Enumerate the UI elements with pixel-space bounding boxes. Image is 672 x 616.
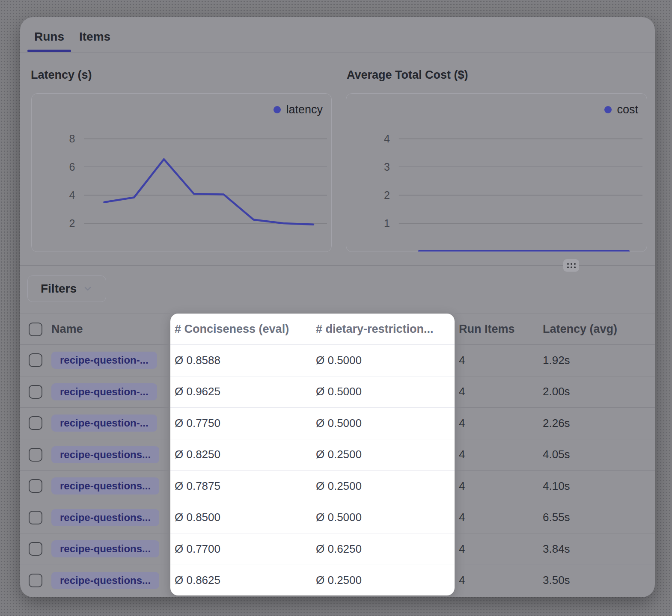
- run-items-value: 4: [455, 376, 538, 408]
- latency-avg-value: 3.50s: [538, 565, 655, 596]
- run-items-value: 4: [455, 439, 538, 471]
- column-header-name: Name: [51, 314, 170, 344]
- table-row: recipe-questions... Ø 0.8625 Ø 0.2500 4 …: [20, 565, 655, 596]
- conciseness-score-value: Ø 0.7700: [170, 533, 312, 565]
- conciseness-score-value: Ø 0.8588: [170, 344, 312, 376]
- dietary-restriction-score-value: Ø 0.2500: [312, 470, 455, 502]
- conciseness-score-value: Ø 0.8500: [170, 502, 312, 533]
- run-name-chip[interactable]: recipe-questions...: [51, 477, 159, 495]
- column-header-latency-avg: Latency (avg): [538, 314, 655, 344]
- row-checkbox[interactable]: [29, 448, 42, 462]
- row-checkbox[interactable]: [29, 574, 42, 587]
- dietary-restriction-score-value: Ø 0.2500: [312, 565, 455, 596]
- latency-avg-value: 3.84s: [538, 533, 655, 565]
- table-body: recipe-question-... Ø 0.8588 Ø 0.5000 4 …: [20, 344, 655, 596]
- filters-button[interactable]: Filters: [27, 275, 106, 302]
- column-header-conciseness: # Conciseness (eval): [170, 314, 312, 344]
- runs-panel-card: Runs Items Latency (s) Average Total Cos…: [20, 17, 655, 597]
- run-items-value: 4: [455, 565, 538, 596]
- table-header-row: Name # Conciseness (eval) # dietary-rest…: [20, 314, 655, 344]
- latency-avg-value: 4.10s: [538, 470, 655, 502]
- filters-button-label: Filters: [41, 282, 77, 296]
- dietary-restriction-score-value: Ø 0.5000: [312, 407, 455, 439]
- latency-legend: latency: [274, 103, 323, 116]
- row-checkbox[interactable]: [29, 416, 42, 430]
- svg-text:4: 4: [384, 133, 390, 145]
- run-name-chip[interactable]: recipe-question-...: [51, 383, 157, 400]
- table-row: recipe-question-... Ø 0.7750 Ø 0.5000 4 …: [20, 407, 655, 439]
- conciseness-score-value: Ø 0.8625: [170, 565, 312, 596]
- row-checkbox[interactable]: [29, 511, 42, 524]
- table-row: recipe-questions... Ø 0.7875 Ø 0.2500 4 …: [20, 470, 655, 502]
- cost-chart: cost 1234: [346, 93, 647, 252]
- row-checkbox[interactable]: [29, 385, 42, 399]
- run-items-value: 4: [455, 344, 538, 376]
- select-all-checkbox[interactable]: [29, 323, 42, 336]
- row-checkbox[interactable]: [29, 542, 42, 556]
- runs-table: Name # Conciseness (eval) # dietary-rest…: [20, 314, 655, 596]
- row-checkbox[interactable]: [29, 479, 42, 493]
- svg-text:4: 4: [69, 189, 75, 201]
- table-row: recipe-questions... Ø 0.8250 Ø 0.2500 4 …: [20, 439, 655, 471]
- column-header-run-items: Run Items: [455, 314, 538, 344]
- conciseness-score-value: Ø 0.9625: [170, 376, 312, 408]
- cost-legend-label: cost: [617, 103, 638, 116]
- table-row: recipe-question-... Ø 0.8588 Ø 0.5000 4 …: [20, 344, 655, 376]
- latency-avg-value: 6.55s: [538, 502, 655, 533]
- chevron-down-icon: [83, 284, 93, 294]
- drag-handle[interactable]: [563, 259, 579, 272]
- run-name-chip[interactable]: recipe-questions...: [51, 572, 159, 589]
- tab-items[interactable]: Items: [79, 30, 110, 44]
- svg-text:1: 1: [384, 217, 390, 229]
- latency-chart: latency 2468: [31, 93, 332, 252]
- run-items-value: 4: [455, 502, 538, 533]
- table-row: recipe-question-... Ø 0.9625 Ø 0.5000 4 …: [20, 376, 655, 408]
- page-background: Runs Items Latency (s) Average Total Cos…: [0, 0, 672, 616]
- svg-text:2: 2: [384, 189, 390, 201]
- column-header-dietary-restriction: # dietary-restriction...: [312, 314, 455, 344]
- latency-avg-value: 2.00s: [538, 376, 655, 408]
- run-name-chip[interactable]: recipe-questions...: [51, 446, 159, 463]
- dietary-restriction-score-value: Ø 0.5000: [312, 502, 455, 533]
- table-row: recipe-questions... Ø 0.7700 Ø 0.6250 4 …: [20, 533, 655, 565]
- latency-legend-label: latency: [286, 103, 323, 116]
- dietary-restriction-score-value: Ø 0.6250: [312, 533, 455, 565]
- cost-legend-dot-icon: [604, 106, 612, 113]
- run-items-value: 4: [455, 533, 538, 565]
- conciseness-score-value: Ø 0.7875: [170, 470, 312, 502]
- dietary-restriction-score-value: Ø 0.5000: [312, 376, 455, 408]
- run-items-value: 4: [455, 470, 538, 502]
- conciseness-score-value: Ø 0.8250: [170, 439, 312, 471]
- latency-avg-value: 4.05s: [538, 439, 655, 471]
- run-name-chip[interactable]: recipe-questions...: [51, 540, 159, 557]
- cost-chart-title: Average Total Cost ($): [347, 68, 468, 82]
- cost-legend: cost: [604, 103, 638, 116]
- run-items-value: 4: [455, 407, 538, 439]
- latency-avg-value: 1.92s: [538, 344, 655, 376]
- svg-text:3: 3: [384, 161, 390, 173]
- latency-avg-value: 2.26s: [538, 407, 655, 439]
- tab-runs[interactable]: Runs: [34, 30, 64, 44]
- dietary-restriction-score-value: Ø 0.2500: [312, 439, 455, 471]
- conciseness-score-value: Ø 0.7750: [170, 407, 312, 439]
- row-checkbox[interactable]: [29, 353, 42, 367]
- tabs-divider: [20, 52, 655, 53]
- run-name-chip[interactable]: recipe-question-...: [51, 415, 157, 432]
- run-name-chip[interactable]: recipe-question-...: [51, 352, 157, 369]
- run-name-chip[interactable]: recipe-questions...: [51, 509, 159, 526]
- svg-text:6: 6: [69, 161, 75, 173]
- table-row: recipe-questions... Ø 0.8500 Ø 0.5000 4 …: [20, 502, 655, 533]
- dietary-restriction-score-value: Ø 0.5000: [312, 344, 455, 376]
- latency-chart-title: Latency (s): [31, 68, 92, 82]
- section-divider: [20, 265, 655, 266]
- svg-text:8: 8: [69, 133, 75, 145]
- svg-text:2: 2: [69, 217, 75, 229]
- latency-legend-dot-icon: [274, 106, 281, 113]
